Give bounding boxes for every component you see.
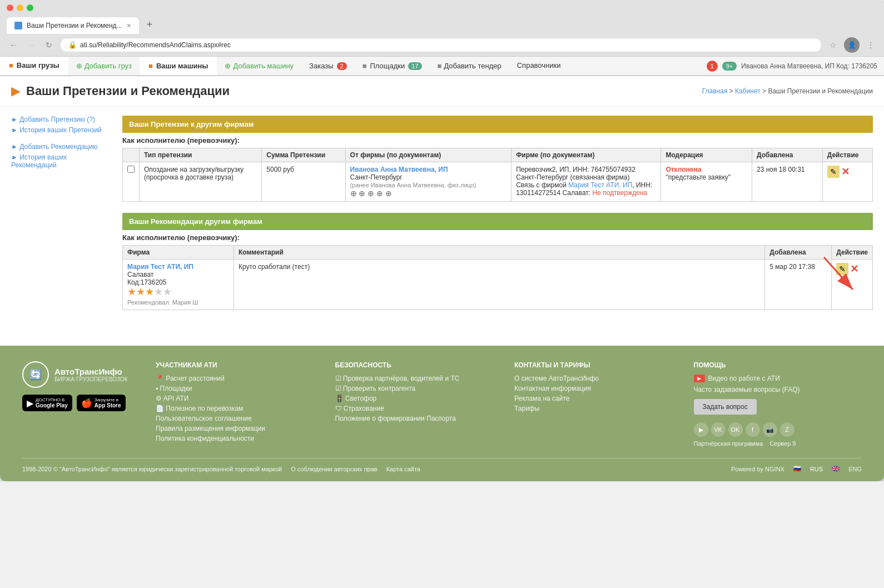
back-btn[interactable]: ← bbox=[7, 38, 20, 52]
claim-type-text: Опоздание на загрузку/выгрузку (просрочк… bbox=[144, 166, 244, 181]
footer-link-api[interactable]: ⚙ API АТИ bbox=[156, 395, 324, 402]
footer-link-insurance[interactable]: 🛡 Страхование bbox=[335, 405, 504, 412]
ok-social-icon[interactable]: OK bbox=[728, 422, 743, 437]
rec-col-comment: Комментарий bbox=[234, 246, 765, 260]
footer-link-advertise[interactable]: Реклама на сайте bbox=[514, 395, 683, 402]
window-close-btn[interactable] bbox=[7, 4, 13, 11]
claim-checkbox[interactable] bbox=[127, 166, 135, 173]
browser-window: Ваши Претензии и Рекоменд... × + ← → ↻ 🔒… bbox=[0, 0, 884, 481]
page-title: Ваши Претензии и Рекомендации bbox=[26, 84, 230, 98]
nav-platforms[interactable]: ■ Площадки 17 bbox=[355, 57, 430, 75]
sitemap-link[interactable]: Карта сайта bbox=[386, 466, 420, 472]
footer-link-about[interactable]: О системе АвтоТрансИнфо bbox=[514, 375, 683, 382]
footer-link-platforms[interactable]: ▪ Площадки bbox=[156, 385, 324, 392]
window-minimize-btn[interactable] bbox=[17, 4, 23, 11]
window-maximize-btn[interactable] bbox=[27, 4, 33, 11]
vk-social-icon[interactable]: VK bbox=[711, 422, 726, 437]
footer-link-privacy[interactable]: Политика конфиденциальности bbox=[156, 435, 324, 442]
rec-col-added: Добавлена bbox=[765, 246, 832, 260]
rec-action-cell: ✎ ✕ bbox=[832, 260, 873, 310]
copyright-link[interactable]: О соблюдении авторских прав bbox=[291, 466, 377, 472]
claim-inn: 130114272514 Салават: bbox=[516, 189, 590, 197]
forward-btn[interactable]: → bbox=[24, 38, 38, 52]
app-store-badge[interactable]: 🍎 Загрузите в App Store bbox=[77, 395, 126, 411]
claims-col-added: Добавлена bbox=[752, 148, 822, 162]
breadcrumb-cabinet[interactable]: Кабинет bbox=[735, 87, 761, 95]
recommendations-table: Фирма Комментарий Добавлена Действие Мар… bbox=[122, 245, 873, 310]
rec-firm-city: Салават bbox=[127, 271, 153, 278]
footer-help-col: ПОМОЩЬ ▶ Видео по работе с АТИ Часто зад… bbox=[694, 361, 862, 447]
nav-references[interactable]: Справочники bbox=[509, 57, 569, 75]
orders-badge: 2 bbox=[337, 62, 347, 70]
nav-add-tender[interactable]: ■ Добавить тендер bbox=[430, 57, 509, 75]
play-icon: ▶ bbox=[27, 398, 33, 408]
footer-video-link[interactable]: ▶ Видео по работе с АТИ bbox=[694, 375, 862, 382]
lang-rus-btn[interactable]: RUS bbox=[810, 466, 823, 472]
lang-eng-btn[interactable]: ENG bbox=[848, 466, 862, 472]
claims-history-link[interactable]: ► История ваших Претензий bbox=[11, 126, 111, 134]
rec-firm-link[interactable]: Мария Тест АТИ, ИП bbox=[127, 263, 193, 271]
rec-delete-btn[interactable]: ✕ bbox=[850, 263, 858, 275]
footer-link-check-contractor[interactable]: ☑ Проверить контрагента bbox=[335, 385, 504, 392]
reload-btn[interactable]: ↻ bbox=[42, 38, 56, 52]
nav-your-loads[interactable]: ■ Ваши грузы bbox=[0, 57, 68, 75]
claim-from-firm-link[interactable]: Иванова Анна Матвеевна, ИП bbox=[350, 166, 448, 173]
recommendations-subheader: Как исполнителю (перевозчику): bbox=[122, 230, 873, 245]
footer-link-agreement[interactable]: Пользовательское соглашение bbox=[156, 415, 324, 422]
star-1: ★ bbox=[127, 286, 136, 297]
account-btn[interactable]: 👤 bbox=[844, 37, 860, 53]
footer-link-check-partners[interactable]: ☑ Проверка партнёров, водителей и ТС bbox=[335, 375, 504, 382]
footer-bottom: 1998-2020 © "АвтоТрансИнфо" является юри… bbox=[22, 458, 862, 472]
recommendations-header: Ваши Рекомендации другим фирмам bbox=[122, 213, 873, 230]
add-recommendation-link[interactable]: ► Добавить Рекомендацию bbox=[11, 143, 111, 151]
instagram-social-icon[interactable]: 📷 bbox=[763, 422, 777, 437]
footer-link-placement[interactable]: Правила размещения информации bbox=[156, 425, 324, 432]
check-icon: ☑ bbox=[335, 375, 343, 382]
footer-link-contact-info[interactable]: Контактная информация bbox=[514, 385, 683, 392]
claim-from-cell: Иванова Анна Матвеевна, ИП Санкт-Петербу… bbox=[345, 162, 511, 202]
rec-added-date: 5 мар 20 17:38 bbox=[769, 263, 815, 271]
ask-question-btn[interactable]: Задать вопрос bbox=[694, 399, 757, 415]
notification-1[interactable]: 1 bbox=[707, 61, 718, 72]
zen-social-icon[interactable]: Z bbox=[780, 422, 794, 437]
footer-link-distance[interactable]: 📍 Расчет расстояний bbox=[156, 375, 324, 382]
footer-brand: АвтоТрансИнфо bbox=[54, 367, 128, 376]
footer-link-useful[interactable]: 📄 Полезное по перевозкам bbox=[156, 405, 324, 412]
active-tab[interactable]: Ваши Претензии и Рекоменд... × bbox=[7, 17, 139, 34]
google-play-badge[interactable]: ▶ ДОСТУПНО В Google Play bbox=[22, 395, 72, 411]
claim-added-date: 23 ноя 18 00:31 bbox=[757, 166, 805, 173]
notification-2[interactable]: 9+ bbox=[722, 62, 737, 71]
add-claim-link[interactable]: ► Добавить Претензию (?) bbox=[11, 116, 111, 123]
recommendations-history-link[interactable]: ► История ваших Рекомендаций bbox=[11, 153, 111, 169]
claim-edit-btn[interactable]: ✎ bbox=[827, 166, 840, 178]
footer-contacts-title: КОНТАКТЫ И ТАРИФЫ bbox=[514, 361, 683, 369]
nav-add-load[interactable]: ⊕ Добавить груз bbox=[68, 57, 140, 75]
nav-add-machine[interactable]: ⊕ Добавить машину bbox=[217, 57, 301, 75]
menu-btn[interactable]: ⋮ bbox=[864, 38, 877, 52]
claim-to-link-label: Связь с фирмой bbox=[516, 181, 568, 189]
main-content-area: ► Добавить Претензию (?) ► История ваших… bbox=[0, 107, 884, 329]
address-bar[interactable]: 🔒 ati.su/Reliability/RecommendsAndClaims… bbox=[60, 38, 822, 52]
footer-contacts-col: КОНТАКТЫ И ТАРИФЫ О системе АвтоТрансИнф… bbox=[514, 361, 683, 447]
claim-to-firm-link[interactable]: Мария Тест АТИ, ИП bbox=[568, 181, 632, 189]
footer-logo-col: 🔄 АвтоТрансИнфо БИРЖА ГРУЗОПЕРЕВОЗОК ▶ Д… bbox=[22, 361, 145, 447]
bookmark-btn[interactable]: ☆ bbox=[826, 38, 840, 52]
rec-edit-btn[interactable]: ✎ bbox=[836, 263, 848, 275]
partner-program-link[interactable]: Партнёрская программа bbox=[694, 440, 763, 447]
nav-orders[interactable]: Заказы 2 bbox=[301, 57, 355, 75]
claim-delete-btn[interactable]: ✕ bbox=[841, 166, 850, 178]
claim-icons: ⊕ ⊕ ⊕ ⊕ ⊕ bbox=[350, 189, 393, 198]
footer-link-svetofor[interactable]: 🚦 Светофор bbox=[335, 395, 504, 402]
youtube-icon: ▶ bbox=[694, 375, 705, 382]
youtube-social-icon[interactable]: ▶ bbox=[694, 422, 708, 437]
rec-recommender: Рекомендовал: Мария Ш bbox=[127, 299, 198, 306]
footer-link-passport[interactable]: Положение о формировании Паспорта bbox=[335, 415, 504, 422]
facebook-social-icon[interactable]: f bbox=[746, 422, 760, 437]
new-tab-btn[interactable]: + bbox=[141, 16, 158, 34]
tab-close-btn[interactable]: × bbox=[127, 21, 131, 30]
footer-link-tariffs[interactable]: Тарифы bbox=[514, 405, 683, 412]
breadcrumb-home[interactable]: Главная bbox=[702, 87, 728, 95]
footer-faq-link[interactable]: Часто задаваемые вопросы (FAQ) bbox=[694, 386, 862, 393]
sidebar-section-recommendations: ► Добавить Рекомендацию ► История ваших … bbox=[11, 143, 111, 169]
nav-your-machines[interactable]: ■ Ваши машины bbox=[140, 57, 217, 75]
